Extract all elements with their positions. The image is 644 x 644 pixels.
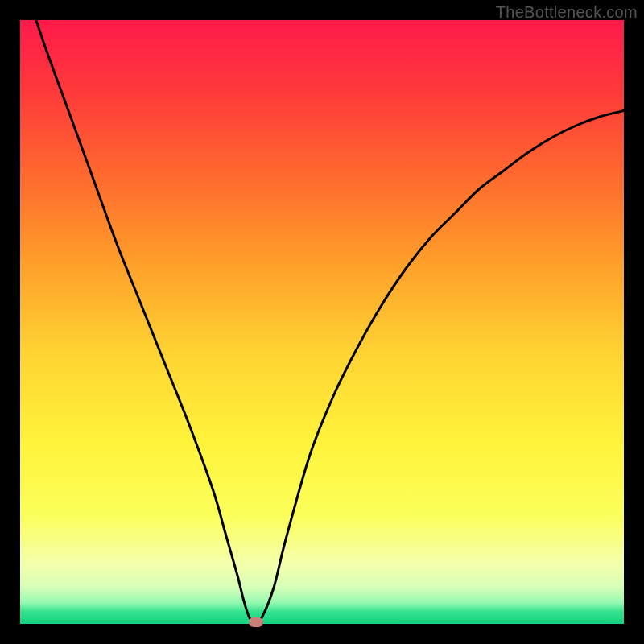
chart-curve-svg xyxy=(20,20,624,624)
chart-curve xyxy=(20,20,624,621)
chart-marker xyxy=(249,617,263,627)
chart-frame: TheBottleneck.com xyxy=(0,0,644,644)
chart-plot-area xyxy=(20,20,624,624)
watermark-text: TheBottleneck.com xyxy=(496,3,638,22)
